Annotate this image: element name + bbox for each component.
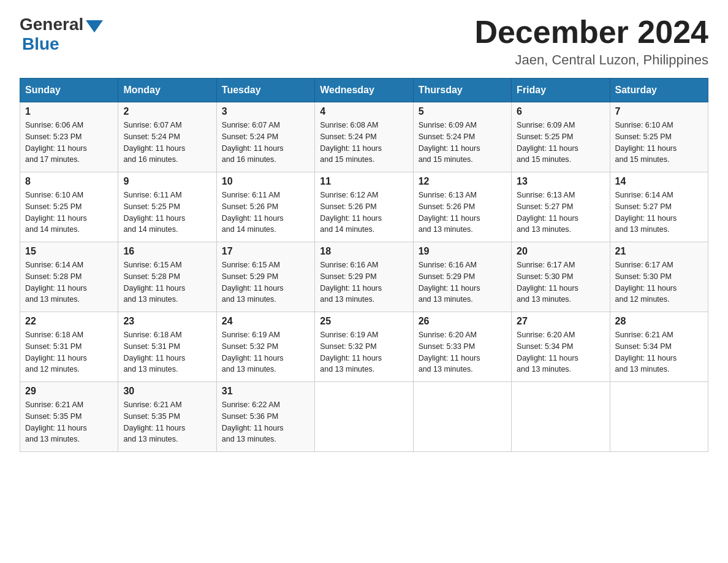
- calendar-cell: 17 Sunrise: 6:15 AM Sunset: 5:29 PM Dayl…: [216, 242, 314, 312]
- day-number: 24: [222, 316, 309, 327]
- day-number: 5: [419, 106, 506, 117]
- calendar-cell: 11 Sunrise: 6:12 AM Sunset: 5:26 PM Dayl…: [315, 172, 413, 242]
- day-info: Sunrise: 6:08 AM Sunset: 5:24 PM Dayligh…: [320, 120, 408, 166]
- day-number: 29: [25, 386, 113, 397]
- logo-blue-text: Blue: [22, 34, 59, 54]
- col-header-wednesday: Wednesday: [315, 79, 413, 102]
- day-number: 9: [123, 176, 211, 187]
- day-info: Sunrise: 6:09 AM Sunset: 5:25 PM Dayligh…: [517, 120, 604, 166]
- day-number: 15: [25, 246, 113, 257]
- calendar-header-row: SundayMondayTuesdayWednesdayThursdayFrid…: [20, 79, 708, 102]
- day-number: 27: [517, 316, 604, 327]
- calendar-cell: 28 Sunrise: 6:21 AM Sunset: 5:34 PM Dayl…: [610, 312, 708, 382]
- day-info: Sunrise: 6:21 AM Sunset: 5:35 PM Dayligh…: [123, 399, 211, 445]
- day-number: 23: [123, 316, 211, 327]
- page-header: General Blue December 2024 Jaen, Central…: [20, 15, 708, 68]
- day-info: Sunrise: 6:07 AM Sunset: 5:24 PM Dayligh…: [123, 120, 211, 166]
- calendar-cell: 18 Sunrise: 6:16 AM Sunset: 5:29 PM Dayl…: [315, 242, 413, 312]
- calendar-cell: 10 Sunrise: 6:11 AM Sunset: 5:26 PM Dayl…: [216, 172, 314, 242]
- logo-arrow-icon: [86, 20, 103, 33]
- day-number: 26: [419, 316, 506, 327]
- logo-general-text: General: [20, 15, 83, 34]
- calendar-cell: 20 Sunrise: 6:17 AM Sunset: 5:30 PM Dayl…: [512, 242, 610, 312]
- col-header-sunday: Sunday: [20, 79, 118, 102]
- calendar-week-row: 8 Sunrise: 6:10 AM Sunset: 5:25 PM Dayli…: [20, 172, 708, 242]
- calendar-cell: 25 Sunrise: 6:19 AM Sunset: 5:32 PM Dayl…: [315, 312, 413, 382]
- day-info: Sunrise: 6:21 AM Sunset: 5:34 PM Dayligh…: [615, 329, 703, 375]
- month-year-title: December 2024: [474, 15, 708, 50]
- day-number: 28: [615, 316, 703, 327]
- day-number: 18: [320, 246, 408, 257]
- day-info: Sunrise: 6:17 AM Sunset: 5:30 PM Dayligh…: [517, 259, 604, 305]
- calendar-cell: 7 Sunrise: 6:10 AM Sunset: 5:25 PM Dayli…: [610, 102, 708, 172]
- calendar-cell: 19 Sunrise: 6:16 AM Sunset: 5:29 PM Dayl…: [413, 242, 511, 312]
- calendar-cell: 9 Sunrise: 6:11 AM Sunset: 5:25 PM Dayli…: [118, 172, 216, 242]
- day-info: Sunrise: 6:11 AM Sunset: 5:26 PM Dayligh…: [222, 190, 309, 236]
- day-number: 7: [615, 106, 703, 117]
- day-number: 4: [320, 106, 408, 117]
- calendar-cell: 23 Sunrise: 6:18 AM Sunset: 5:31 PM Dayl…: [118, 312, 216, 382]
- location-subtitle: Jaen, Central Luzon, Philippines: [474, 52, 708, 68]
- day-info: Sunrise: 6:09 AM Sunset: 5:24 PM Dayligh…: [419, 120, 506, 166]
- calendar-cell: 30 Sunrise: 6:21 AM Sunset: 5:35 PM Dayl…: [118, 382, 216, 452]
- day-info: Sunrise: 6:21 AM Sunset: 5:35 PM Dayligh…: [25, 399, 113, 445]
- day-info: Sunrise: 6:22 AM Sunset: 5:36 PM Dayligh…: [222, 399, 309, 445]
- calendar-cell: 15 Sunrise: 6:14 AM Sunset: 5:28 PM Dayl…: [20, 242, 118, 312]
- day-info: Sunrise: 6:19 AM Sunset: 5:32 PM Dayligh…: [222, 329, 309, 375]
- day-number: 21: [615, 246, 703, 257]
- col-header-tuesday: Tuesday: [216, 79, 314, 102]
- day-info: Sunrise: 6:16 AM Sunset: 5:29 PM Dayligh…: [320, 259, 408, 305]
- day-number: 31: [222, 386, 309, 397]
- day-number: 10: [222, 176, 309, 187]
- day-info: Sunrise: 6:14 AM Sunset: 5:27 PM Dayligh…: [615, 190, 703, 236]
- day-number: 11: [320, 176, 408, 187]
- day-number: 30: [123, 386, 211, 397]
- calendar-cell: 5 Sunrise: 6:09 AM Sunset: 5:24 PM Dayli…: [413, 102, 511, 172]
- calendar-cell: [315, 382, 413, 452]
- day-number: 25: [320, 316, 408, 327]
- day-number: 6: [517, 106, 604, 117]
- calendar-cell: 6 Sunrise: 6:09 AM Sunset: 5:25 PM Dayli…: [512, 102, 610, 172]
- title-block: December 2024 Jaen, Central Luzon, Phili…: [474, 15, 708, 68]
- col-header-monday: Monday: [118, 79, 216, 102]
- day-info: Sunrise: 6:15 AM Sunset: 5:29 PM Dayligh…: [222, 259, 309, 305]
- col-header-friday: Friday: [512, 79, 610, 102]
- calendar-cell: 26 Sunrise: 6:20 AM Sunset: 5:33 PM Dayl…: [413, 312, 511, 382]
- calendar-cell: 22 Sunrise: 6:18 AM Sunset: 5:31 PM Dayl…: [20, 312, 118, 382]
- day-info: Sunrise: 6:15 AM Sunset: 5:28 PM Dayligh…: [123, 259, 211, 305]
- logo: General Blue: [20, 15, 103, 54]
- day-info: Sunrise: 6:16 AM Sunset: 5:29 PM Dayligh…: [419, 259, 506, 305]
- calendar-week-row: 29 Sunrise: 6:21 AM Sunset: 5:35 PM Dayl…: [20, 382, 708, 452]
- calendar-cell: [610, 382, 708, 452]
- day-info: Sunrise: 6:19 AM Sunset: 5:32 PM Dayligh…: [320, 329, 408, 375]
- day-number: 19: [419, 246, 506, 257]
- day-info: Sunrise: 6:10 AM Sunset: 5:25 PM Dayligh…: [615, 120, 703, 166]
- day-info: Sunrise: 6:20 AM Sunset: 5:33 PM Dayligh…: [419, 329, 506, 375]
- day-info: Sunrise: 6:13 AM Sunset: 5:27 PM Dayligh…: [517, 190, 604, 236]
- calendar-cell: [512, 382, 610, 452]
- calendar-cell: 12 Sunrise: 6:13 AM Sunset: 5:26 PM Dayl…: [413, 172, 511, 242]
- calendar-cell: 29 Sunrise: 6:21 AM Sunset: 5:35 PM Dayl…: [20, 382, 118, 452]
- calendar-cell: 14 Sunrise: 6:14 AM Sunset: 5:27 PM Dayl…: [610, 172, 708, 242]
- day-info: Sunrise: 6:06 AM Sunset: 5:23 PM Dayligh…: [25, 120, 113, 166]
- day-info: Sunrise: 6:13 AM Sunset: 5:26 PM Dayligh…: [419, 190, 506, 236]
- calendar-table: SundayMondayTuesdayWednesdayThursdayFrid…: [20, 78, 708, 452]
- calendar-week-row: 15 Sunrise: 6:14 AM Sunset: 5:28 PM Dayl…: [20, 242, 708, 312]
- col-header-thursday: Thursday: [413, 79, 511, 102]
- day-number: 16: [123, 246, 211, 257]
- calendar-cell: 16 Sunrise: 6:15 AM Sunset: 5:28 PM Dayl…: [118, 242, 216, 312]
- day-number: 14: [615, 176, 703, 187]
- day-number: 3: [222, 106, 309, 117]
- day-number: 22: [25, 316, 113, 327]
- calendar-week-row: 1 Sunrise: 6:06 AM Sunset: 5:23 PM Dayli…: [20, 102, 708, 172]
- day-info: Sunrise: 6:11 AM Sunset: 5:25 PM Dayligh…: [123, 190, 211, 236]
- calendar-cell: 4 Sunrise: 6:08 AM Sunset: 5:24 PM Dayli…: [315, 102, 413, 172]
- day-number: 20: [517, 246, 604, 257]
- day-number: 13: [517, 176, 604, 187]
- day-info: Sunrise: 6:20 AM Sunset: 5:34 PM Dayligh…: [517, 329, 604, 375]
- calendar-cell: 27 Sunrise: 6:20 AM Sunset: 5:34 PM Dayl…: [512, 312, 610, 382]
- day-number: 12: [419, 176, 506, 187]
- calendar-cell: 2 Sunrise: 6:07 AM Sunset: 5:24 PM Dayli…: [118, 102, 216, 172]
- calendar-cell: [413, 382, 511, 452]
- day-info: Sunrise: 6:14 AM Sunset: 5:28 PM Dayligh…: [25, 259, 113, 305]
